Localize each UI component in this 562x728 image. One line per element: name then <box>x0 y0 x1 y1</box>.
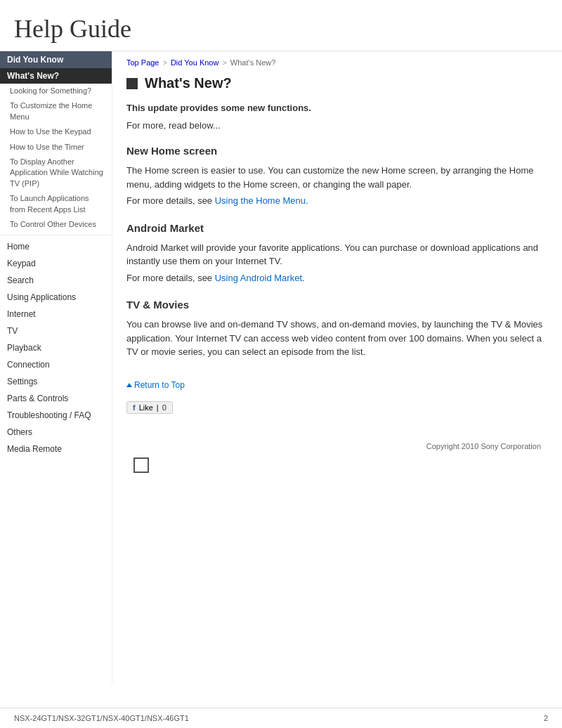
sidebar-sub-item[interactable]: How to Use the Keypad <box>0 124 112 139</box>
sidebar-item-troubleshooting[interactable]: Troubleshooting / FAQ <box>0 407 112 424</box>
section-link-prefix-home: For more details, see <box>126 195 215 206</box>
sidebar-item-using-applications[interactable]: Using Applications <box>0 289 112 306</box>
page-header: Help Guide <box>0 0 562 51</box>
section-link-suffix-android: . <box>302 273 305 283</box>
main-content: Top Page > Did You Know > What's New? Wh… <box>112 51 562 684</box>
like-label: Like <box>139 403 153 412</box>
like-section: f Like | 0 <box>126 401 548 414</box>
like-button[interactable]: f Like | 0 <box>126 401 173 414</box>
sidebar-item-media-remote[interactable]: Media Remote <box>0 441 112 457</box>
link-using-home-menu[interactable]: Using the Home Menu <box>215 195 306 206</box>
section-link-prefix-android: For more details, see <box>126 273 215 283</box>
link-using-android-market[interactable]: Using Android Market <box>215 273 302 283</box>
breadcrumb-sep-1: > <box>162 58 166 67</box>
footer-model: NSX-24GT1/NSX-32GT1/NSX-40GT1/NSX-46GT1 <box>14 714 189 722</box>
facebook-like-icon: f <box>133 403 136 412</box>
title-icon <box>126 78 138 89</box>
section-title-tv-movies: TV & Movies <box>126 299 548 312</box>
breadcrumb: Top Page > Did You Know > What's New? <box>126 58 548 67</box>
section-link-suffix-home: . <box>306 195 308 206</box>
page-title: Help Guide <box>14 14 548 44</box>
section-tv-movies: TV & Movies You can browse live and on-d… <box>126 299 548 359</box>
section-link-android-market: For more details, see Using Android Mark… <box>126 271 548 285</box>
sidebar-item-others[interactable]: Others <box>0 424 112 441</box>
section-text-android-market: Android Market will provide your favorit… <box>126 241 548 268</box>
like-separator: | <box>157 403 159 412</box>
return-to-top-label: Return to Top <box>134 380 185 390</box>
sidebar-sub-item[interactable]: To Control Other Devices <box>0 217 112 232</box>
sidebar-item-connection[interactable]: Connection <box>0 356 112 373</box>
sidebar-item-settings[interactable]: Settings <box>0 373 112 390</box>
content-page-title: What's New? <box>145 75 232 91</box>
breadcrumb-top-page[interactable]: Top Page <box>126 58 159 67</box>
sidebar-item-tv[interactable]: TV <box>0 323 112 339</box>
sidebar-sub-item[interactable]: To Customize the Home Menu <box>0 98 112 124</box>
section-link-home-screen: For more details, see Using the Home Men… <box>126 194 548 208</box>
intro-bold: This update provides some new functions. <box>126 103 548 113</box>
bottom-square-icon <box>133 457 149 473</box>
section-text-tv-movies: You can browse live and on-demand TV sho… <box>126 318 548 359</box>
sidebar-sub-item[interactable]: To Launch Applications from Recent Apps … <box>0 191 112 217</box>
section-android-market: Android Market Android Market will provi… <box>126 222 548 285</box>
breadcrumb-did-you-know[interactable]: Did You Know <box>171 58 219 67</box>
content-title-area: What's New? <box>126 75 548 91</box>
triangle-up-icon <box>126 383 132 387</box>
copyright: Copyright 2010 Sony Corporation <box>126 442 548 450</box>
section-text-home-screen: The Home screen is easier to use. You ca… <box>126 164 548 191</box>
sidebar-item-internet[interactable]: Internet <box>0 306 112 323</box>
sidebar-item-parts-controls[interactable]: Parts & Controls <box>0 390 112 407</box>
like-count: 0 <box>162 403 166 412</box>
breadcrumb-sep-2: > <box>222 58 226 67</box>
sidebar-active-item[interactable]: What's New? <box>0 68 112 84</box>
sidebar-sub-item[interactable]: How to Use the Timer <box>0 140 112 155</box>
sidebar-sub-item[interactable]: To Display Another Application While Wat… <box>0 155 112 191</box>
sidebar-sub-item[interactable]: Looking for Something? <box>0 84 112 98</box>
section-title-home-screen: New Home screen <box>126 145 548 158</box>
breadcrumb-current: What's New? <box>230 58 275 67</box>
sidebar-item-search[interactable]: Search <box>0 272 112 289</box>
sidebar: Did You Know What's New? Looking for Som… <box>0 51 112 684</box>
sidebar-item-keypad[interactable]: Keypad <box>0 255 112 272</box>
section-home-screen: New Home screen The Home screen is easie… <box>126 145 548 208</box>
footer-page-number: 2 <box>544 714 548 722</box>
sidebar-item-home[interactable]: Home <box>0 238 112 255</box>
section-title-android-market: Android Market <box>126 222 548 235</box>
sidebar-item-playback[interactable]: Playback <box>0 339 112 356</box>
page-footer: NSX-24GT1/NSX-32GT1/NSX-40GT1/NSX-46GT1 … <box>0 708 562 728</box>
main-layout: Did You Know What's New? Looking for Som… <box>0 51 562 684</box>
return-to-top-link[interactable]: Return to Top <box>126 380 185 390</box>
sidebar-section-header: Did You Know <box>0 51 112 68</box>
bottom-square-decoration <box>126 450 548 475</box>
intro-text: For more, read below... <box>126 120 548 131</box>
